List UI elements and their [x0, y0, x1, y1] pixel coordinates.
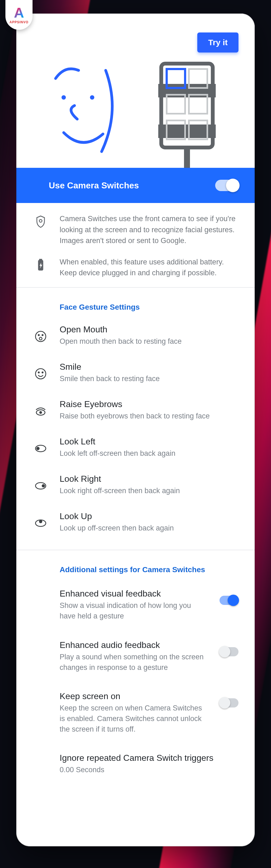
setting-desc: Play a sound when something on the scree…	[60, 652, 206, 673]
gesture-row-raise-eyebrows[interactable]: Raise Eyebrows Raise both eyebrows then …	[16, 392, 255, 429]
toggle-knob	[226, 179, 240, 192]
svg-point-27	[42, 484, 45, 488]
gesture-title: Look Right	[60, 474, 239, 484]
gesture-desc: Look right off-screen then back again	[60, 486, 239, 496]
setting-desc: Keep the screen on when Camera Switches …	[60, 703, 206, 735]
section-title-gestures: Face Gesture Settings	[16, 288, 255, 317]
info-privacy-text: Camera Switches use the front camera to …	[60, 213, 239, 246]
master-toggle[interactable]	[215, 180, 239, 191]
setting-desc: 0.00 Seconds	[60, 765, 206, 775]
gesture-title: Open Mouth	[60, 324, 239, 335]
gesture-title: Look Left	[60, 437, 239, 446]
phone-frame: Try it	[16, 13, 255, 846]
setting-desc: Show a visual indication of how long you…	[60, 600, 206, 621]
brand-logo: A APPSINVO	[9, 6, 28, 24]
brand-badge: A APPSINVO	[5, 0, 32, 30]
gesture-desc: Look left off-screen then back again	[60, 448, 239, 459]
try-it-button[interactable]: Try it	[197, 32, 239, 53]
gesture-desc: Open mouth then back to resting face	[60, 336, 239, 347]
master-toggle-bar: Use Camera Switches	[16, 168, 255, 203]
gesture-row-smile[interactable]: Smile Smile then back to resting face	[16, 354, 255, 392]
info-row-privacy: Camera Switches use the front camera to …	[16, 203, 255, 246]
svg-point-21	[42, 372, 43, 373]
info-battery-text: When enabled, this feature uses addition…	[60, 256, 239, 279]
hero-illustration	[16, 54, 255, 168]
gesture-row-open-mouth[interactable]: Open Mouth Open mouth then back to resti…	[16, 317, 255, 354]
setting-title: Enhanced audio feedback	[60, 640, 206, 650]
gesture-title: Look Up	[60, 511, 239, 521]
phone-mount-icon	[158, 64, 216, 168]
setting-row-keep-screen-on: Keep screen on Keep the screen on when C…	[16, 682, 255, 744]
gesture-desc: Raise both eyebrows then back to resting…	[60, 411, 239, 422]
info-row-battery: When enabled, this feature uses addition…	[16, 246, 255, 279]
eyebrow-icon	[32, 399, 49, 422]
toggle-knob	[228, 595, 239, 606]
setting-row-visual-feedback: Enhanced visual feedback Show a visual i…	[16, 580, 255, 631]
setting-title: Keep screen on	[60, 691, 206, 701]
toggle-knob	[219, 646, 231, 657]
keep-screen-on-toggle[interactable]	[219, 698, 239, 708]
face-icon	[56, 69, 112, 152]
shield-icon	[32, 213, 49, 246]
setting-title: Ignore repeated Camera Switch triggers	[60, 753, 239, 763]
smile-icon	[32, 362, 49, 384]
gesture-title: Raise Eyebrows	[60, 399, 239, 409]
svg-point-29	[39, 520, 42, 523]
toggle-knob	[219, 697, 231, 709]
svg-point-25	[36, 447, 39, 450]
look-left-icon	[32, 437, 49, 459]
svg-point-18	[39, 337, 42, 340]
look-up-icon	[32, 511, 49, 533]
audio-feedback-toggle[interactable]	[219, 647, 239, 656]
svg-rect-14	[39, 259, 42, 261]
svg-point-17	[42, 335, 43, 336]
master-toggle-title: Use Camera Switches	[49, 181, 215, 190]
gesture-row-look-left[interactable]: Look Left Look left off-screen then back…	[16, 429, 255, 466]
gesture-row-look-right[interactable]: Look Right Look right off-screen then ba…	[16, 466, 255, 504]
gesture-desc: Look up off-screen then back again	[60, 523, 239, 533]
look-right-icon	[32, 474, 49, 496]
svg-point-12	[39, 219, 42, 222]
setting-row-audio-feedback: Enhanced audio feedback Play a sound whe…	[16, 631, 255, 682]
svg-point-16	[38, 335, 39, 336]
svg-point-23	[39, 411, 42, 414]
battery-icon	[32, 256, 49, 279]
section-title-additional: Additional settings for Camera Switches	[16, 550, 255, 580]
gesture-title: Smile	[60, 362, 239, 372]
visual-feedback-toggle[interactable]	[219, 596, 239, 605]
svg-point-19	[35, 369, 46, 379]
svg-point-1	[90, 95, 94, 100]
gesture-desc: Smile then back to resting face	[60, 373, 239, 384]
gesture-row-look-up[interactable]: Look Up Look up off-screen then back aga…	[16, 504, 255, 541]
open-mouth-icon	[32, 324, 49, 347]
setting-row-ignore-repeated[interactable]: Ignore repeated Camera Switch triggers 0…	[16, 744, 255, 784]
svg-point-0	[61, 95, 66, 100]
svg-point-20	[38, 372, 39, 373]
hero-area: Try it	[16, 13, 255, 168]
setting-title: Enhanced visual feedback	[60, 589, 206, 599]
